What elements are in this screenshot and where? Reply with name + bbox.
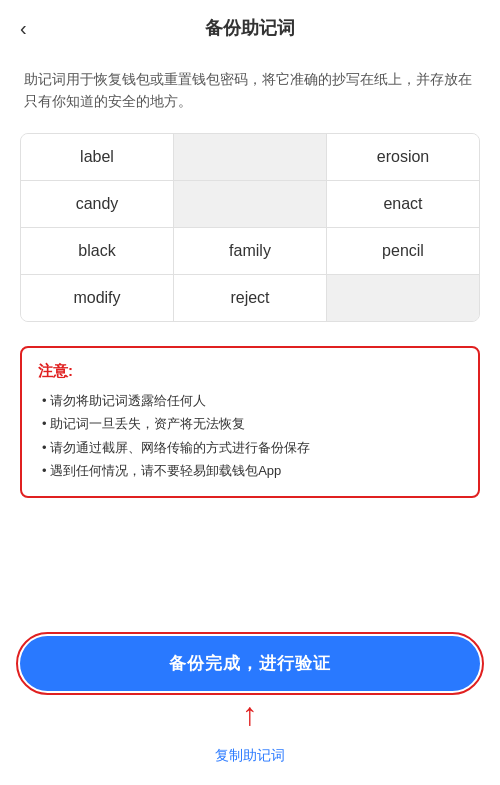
mnemonic-grid: label erosion candy enact black family p… bbox=[20, 133, 480, 322]
mnemonic-cell: erosion bbox=[327, 134, 479, 180]
page-title: 备份助记词 bbox=[205, 16, 295, 40]
mnemonic-row: candy enact bbox=[21, 181, 479, 228]
mnemonic-cell: candy bbox=[21, 181, 174, 227]
warning-item-4: • 遇到任何情况，请不要轻易卸载钱包App bbox=[38, 459, 462, 482]
mnemonic-cell: reject bbox=[174, 275, 327, 321]
description-text: 助记词用于恢复钱包或重置钱包密码，将它准确的抄写在纸上，并存放在只有你知道的安全… bbox=[0, 56, 500, 133]
header: ‹ 备份助记词 bbox=[0, 0, 500, 56]
verify-btn-wrapper: 备份完成，进行验证 ↑ bbox=[20, 636, 480, 691]
mnemonic-cell: label bbox=[21, 134, 174, 180]
mnemonic-cell: modify bbox=[21, 275, 174, 321]
mnemonic-row: label erosion bbox=[21, 134, 479, 181]
mnemonic-cell-empty bbox=[174, 134, 327, 180]
mnemonic-cell-family: family bbox=[174, 228, 327, 274]
mnemonic-cell: pencil bbox=[327, 228, 479, 274]
warning-item-3: • 请勿通过截屏、网络传输的方式进行备份保存 bbox=[38, 436, 462, 459]
mnemonic-row: black family pencil bbox=[21, 228, 479, 275]
copy-mnemonic-link[interactable]: 复制助记词 bbox=[215, 747, 285, 765]
mnemonic-cell-empty bbox=[327, 275, 479, 321]
warning-title: 注意: bbox=[38, 362, 462, 381]
mnemonic-cell: enact bbox=[327, 181, 479, 227]
bottom-section: 备份完成，进行验证 ↑ 复制助记词 bbox=[0, 626, 500, 785]
arrow-icon: ↑ bbox=[242, 696, 258, 733]
mnemonic-cell: black bbox=[21, 228, 174, 274]
warning-item-2: • 助记词一旦丢失，资产将无法恢复 bbox=[38, 412, 462, 435]
back-button[interactable]: ‹ bbox=[20, 17, 27, 40]
warning-box: 注意: • 请勿将助记词透露给任何人 • 助记词一旦丢失，资产将无法恢复 • 请… bbox=[20, 346, 480, 499]
mnemonic-cell-empty bbox=[174, 181, 327, 227]
verify-button[interactable]: 备份完成，进行验证 bbox=[20, 636, 480, 691]
mnemonic-row: modify reject bbox=[21, 275, 479, 321]
warning-item-1: • 请勿将助记词透露给任何人 bbox=[38, 389, 462, 412]
